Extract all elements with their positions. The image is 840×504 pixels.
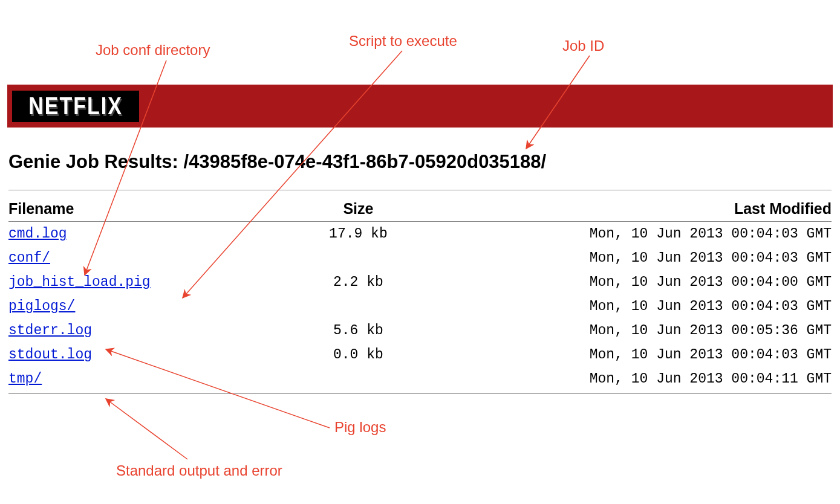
- header-bar: NETFLIX: [7, 85, 833, 128]
- col-header-lastmodified: Last Modified: [420, 196, 832, 222]
- col-header-size: Size: [296, 196, 420, 222]
- col-header-filename: Filename: [8, 196, 296, 222]
- file-name-cell: stderr.log: [8, 318, 296, 343]
- file-link[interactable]: job_hist_load.pig: [8, 274, 151, 290]
- file-name-cell: piglogs/: [8, 294, 296, 318]
- file-size-cell: 2.2 kb: [296, 270, 420, 294]
- file-size-cell: [296, 367, 420, 391]
- annotation-piglogs: Pig logs: [334, 419, 386, 436]
- file-date-cell: Mon, 10 Jun 2013 00:04:11 GMT: [420, 367, 832, 391]
- file-size-cell: 5.6 kb: [296, 318, 420, 343]
- file-link[interactable]: stdout.log: [8, 347, 92, 363]
- file-name-cell: stdout.log: [8, 343, 296, 367]
- netflix-logo-text: NETFLIX: [28, 92, 123, 120]
- file-name-cell: tmp/: [8, 367, 296, 391]
- file-name-cell: cmd.log: [8, 222, 296, 247]
- file-date-cell: Mon, 10 Jun 2013 00:05:36 GMT: [420, 318, 832, 343]
- table-row: stdout.log0.0 kbMon, 10 Jun 2013 00:04:0…: [8, 343, 832, 367]
- file-link[interactable]: piglogs/: [8, 299, 75, 314]
- file-date-cell: Mon, 10 Jun 2013 00:04:03 GMT: [420, 222, 832, 247]
- file-size-cell: [296, 246, 420, 270]
- table-row: job_hist_load.pig2.2 kbMon, 10 Jun 2013 …: [8, 270, 832, 294]
- file-size-cell: [296, 294, 420, 318]
- file-name-cell: conf/: [8, 246, 296, 270]
- page-title: Genie Job Results: /43985f8e-074e-43f1-8…: [8, 151, 832, 173]
- file-date-cell: Mon, 10 Jun 2013 00:04:03 GMT: [420, 343, 832, 367]
- divider-top: [8, 190, 832, 190]
- file-link[interactable]: tmp/: [8, 371, 42, 387]
- annotation-stdouterr: Standard output and error: [116, 462, 282, 479]
- annotation-jobid: Job ID: [562, 37, 604, 54]
- file-date-cell: Mon, 10 Jun 2013 00:04:03 GMT: [420, 294, 832, 318]
- table-row: conf/Mon, 10 Jun 2013 00:04:03 GMT: [8, 246, 832, 270]
- file-table: Filename Size Last Modified cmd.log17.9 …: [8, 196, 832, 391]
- netflix-logo: NETFLIX: [12, 91, 139, 122]
- annotation-script: Script to execute: [349, 33, 457, 50]
- file-size-cell: 17.9 kb: [296, 222, 420, 247]
- table-row: piglogs/Mon, 10 Jun 2013 00:04:03 GMT: [8, 294, 832, 318]
- file-date-cell: Mon, 10 Jun 2013 00:04:03 GMT: [420, 246, 832, 270]
- page-title-prefix: Genie Job Results:: [8, 151, 183, 172]
- file-name-cell: job_hist_load.pig: [8, 270, 296, 294]
- content-area: Genie Job Results: /43985f8e-074e-43f1-8…: [8, 151, 832, 394]
- divider-bottom: [8, 393, 832, 394]
- job-id: /43985f8e-074e-43f1-86b7-05920d035188/: [183, 151, 546, 172]
- file-size-cell: 0.0 kb: [296, 343, 420, 367]
- annotation-jobconf: Job conf directory: [96, 42, 210, 59]
- svg-line-4: [106, 399, 187, 459]
- file-link[interactable]: conf/: [8, 250, 50, 266]
- table-row: cmd.log17.9 kbMon, 10 Jun 2013 00:04:03 …: [8, 222, 832, 247]
- file-link[interactable]: cmd.log: [8, 226, 67, 242]
- table-row: tmp/Mon, 10 Jun 2013 00:04:11 GMT: [8, 367, 832, 391]
- table-row: stderr.log5.6 kbMon, 10 Jun 2013 00:05:3…: [8, 318, 832, 343]
- file-link[interactable]: stderr.log: [8, 323, 92, 338]
- file-date-cell: Mon, 10 Jun 2013 00:04:00 GMT: [420, 270, 832, 294]
